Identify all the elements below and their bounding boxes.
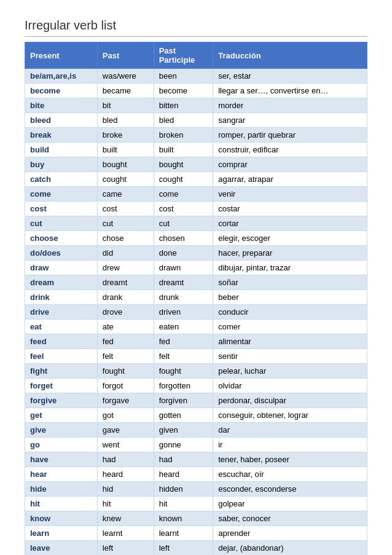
cell-present: draw bbox=[25, 261, 98, 275]
cell-traduccion: venir bbox=[213, 187, 367, 202]
cell-past: heard bbox=[97, 467, 154, 482]
table-row: drivedrovedrivenconducir bbox=[25, 305, 367, 320]
table-row: learnlearntlearntaprender bbox=[25, 526, 367, 541]
cell-present: know bbox=[25, 511, 98, 526]
table-row: cutcutcutcortar bbox=[25, 216, 367, 231]
cell-traduccion: conducir bbox=[213, 305, 367, 320]
cell-past: fought bbox=[97, 364, 154, 379]
cell-past-participle: gotten bbox=[154, 408, 213, 423]
cell-present: learn bbox=[25, 526, 98, 541]
table-row: becomebecamebecomellegar a ser…, convert… bbox=[25, 84, 367, 98]
cell-present: eat bbox=[25, 320, 98, 334]
cell-traduccion: hacer, preparar bbox=[213, 246, 367, 261]
cell-traduccion: comprar bbox=[213, 157, 367, 172]
cell-traduccion: dejar, (abandonar) bbox=[213, 541, 367, 556]
table-row: getgotgottenconseguir, obtener, lograr bbox=[25, 408, 367, 423]
cell-present: hide bbox=[25, 482, 98, 497]
cell-past: felt bbox=[97, 349, 154, 364]
cell-past: drew bbox=[97, 261, 154, 275]
cell-traduccion: golpear bbox=[213, 497, 367, 511]
cell-traduccion: perdonar, disculpar bbox=[213, 393, 367, 408]
cell-present: have bbox=[25, 452, 98, 467]
cell-past: did bbox=[97, 246, 154, 261]
cell-traduccion: soñar bbox=[213, 275, 367, 290]
cell-past: hid bbox=[97, 482, 154, 497]
cell-present: forget bbox=[25, 379, 98, 393]
cell-traduccion: ser, estar bbox=[213, 69, 367, 84]
table-row: buildbuiltbuiltconstruir, edificar bbox=[25, 143, 367, 157]
cell-traduccion: saber, conocer bbox=[213, 511, 367, 526]
cell-past-participle: driven bbox=[154, 305, 213, 320]
table-row: hithithitgolpear bbox=[25, 497, 367, 511]
table-row: choosechosechosenelegir, escoger bbox=[25, 231, 367, 246]
cell-traduccion: tener, haber, poseer bbox=[213, 452, 367, 467]
table-row: feelfeltfeltsentir bbox=[25, 349, 367, 364]
table-row: hearheardheardescuchar, oír bbox=[25, 467, 367, 482]
cell-present: go bbox=[25, 438, 98, 452]
cell-traduccion: elegir, escoger bbox=[213, 231, 367, 246]
cell-present: hear bbox=[25, 467, 98, 482]
cell-past-participle: hidden bbox=[154, 482, 213, 497]
cell-past: dreamt bbox=[97, 275, 154, 290]
cell-past-participle: eaten bbox=[154, 320, 213, 334]
cell-past: drank bbox=[97, 290, 154, 305]
table-row: breakbrokebrokenromper, partir quebrar bbox=[25, 128, 367, 143]
cell-past-participle: given bbox=[154, 423, 213, 438]
cell-present: choose bbox=[25, 231, 98, 246]
cell-past-participle: felt bbox=[154, 349, 213, 364]
cell-past-participle: been bbox=[154, 69, 213, 84]
cell-traduccion: dibujar, pintar, trazar bbox=[213, 261, 367, 275]
table-header-row: Present Past PastParticiple Traducción bbox=[25, 42, 367, 69]
cell-traduccion: alimentar bbox=[213, 334, 367, 349]
col-present: Present bbox=[25, 42, 98, 69]
cell-present: get bbox=[25, 408, 98, 423]
cell-past-participle: heard bbox=[154, 467, 213, 482]
cell-past: came bbox=[97, 187, 154, 202]
cell-past: ate bbox=[97, 320, 154, 334]
cell-past-participle: left bbox=[154, 541, 213, 556]
cell-past-participle: bought bbox=[154, 157, 213, 172]
cell-past-participle: built bbox=[154, 143, 213, 157]
cell-traduccion: olvidar bbox=[213, 379, 367, 393]
cell-past-participle: drawn bbox=[154, 261, 213, 275]
cell-past-participle: chosen bbox=[154, 231, 213, 246]
cell-past-participle: come bbox=[154, 187, 213, 202]
table-row: knowknewknownsaber, conocer bbox=[25, 511, 367, 526]
cell-past: went bbox=[97, 438, 154, 452]
cell-traduccion: pelear, luchar bbox=[213, 364, 367, 379]
cell-past: forgave bbox=[97, 393, 154, 408]
cell-present: drink bbox=[25, 290, 98, 305]
table-row: drawdrewdrawndibujar, pintar, trazar bbox=[25, 261, 367, 275]
table-row: hidehidhiddenesconder, esconderse bbox=[25, 482, 367, 497]
cell-present: feel bbox=[25, 349, 98, 364]
cell-traduccion: construir, edificar bbox=[213, 143, 367, 157]
cell-present: hit bbox=[25, 497, 98, 511]
cell-past-participle: had bbox=[154, 452, 213, 467]
cell-past: got bbox=[97, 408, 154, 423]
cell-past: fed bbox=[97, 334, 154, 349]
cell-past: bought bbox=[97, 157, 154, 172]
cell-past: had bbox=[97, 452, 154, 467]
cell-present: dream bbox=[25, 275, 98, 290]
cell-past: broke bbox=[97, 128, 154, 143]
cell-traduccion: romper, partir quebrar bbox=[213, 128, 367, 143]
table-row: givegavegivendar bbox=[25, 423, 367, 438]
cell-traduccion: esconder, esconderse bbox=[213, 482, 367, 497]
cell-traduccion: sentir bbox=[213, 349, 367, 364]
cell-present: give bbox=[25, 423, 98, 438]
cell-past-participle: fed bbox=[154, 334, 213, 349]
cell-past: bit bbox=[97, 98, 154, 113]
cell-present: cut bbox=[25, 216, 98, 231]
cell-past-participle: bled bbox=[154, 113, 213, 128]
cell-traduccion: comer bbox=[213, 320, 367, 334]
cell-present: do/does bbox=[25, 246, 98, 261]
cell-traduccion: beber bbox=[213, 290, 367, 305]
table-row: comecamecomevenir bbox=[25, 187, 367, 202]
cell-present: leave bbox=[25, 541, 98, 556]
col-traduccion: Traducción bbox=[213, 42, 367, 69]
cell-past-participle: forgotten bbox=[154, 379, 213, 393]
cell-traduccion: llegar a ser…, convertirse en… bbox=[213, 84, 367, 98]
cell-past-participle: hit bbox=[154, 497, 213, 511]
table-row: gowentgonneir bbox=[25, 438, 367, 452]
table-row: forgetforgotforgottenolvidar bbox=[25, 379, 367, 393]
